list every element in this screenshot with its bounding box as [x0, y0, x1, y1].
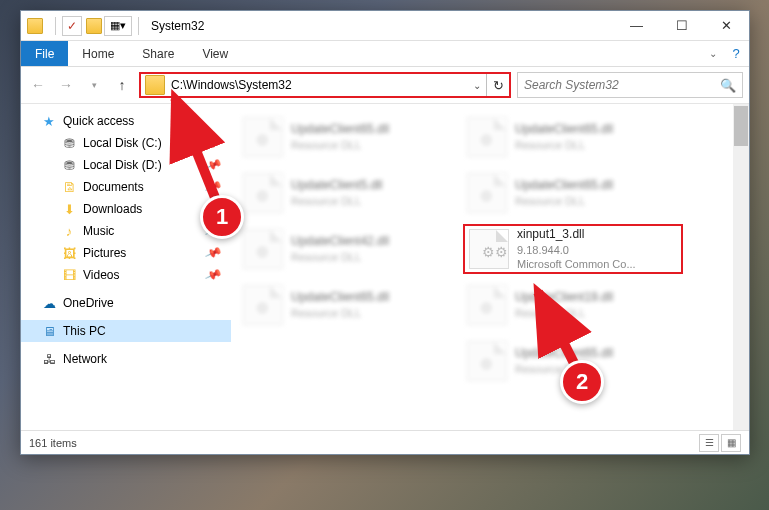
titlebar: ✓ ▦▾ System32 — ☐ ✕ — [21, 11, 749, 41]
tab-view[interactable]: View — [188, 41, 242, 66]
dll-icon: ⚙ — [480, 300, 493, 316]
tab-home[interactable]: Home — [68, 41, 128, 66]
item-count: 161 items — [29, 437, 77, 449]
pictures-icon: 🖼 — [61, 245, 77, 261]
file-item[interactable]: ⚙UpdateClient65.dllResource DLL — [239, 280, 459, 330]
sidebar-this-pc[interactable]: 🖥This PC — [21, 320, 231, 342]
up-button[interactable]: ↑ — [111, 74, 133, 96]
ribbon: File Home Share View ⌄ ? — [21, 41, 749, 67]
pin-icon: 📌 — [204, 134, 223, 152]
file-item[interactable]: ⚙UpdateClient65.dllResource DLL — [239, 112, 459, 162]
file-desc: Microsoft Common Co... — [517, 257, 636, 271]
file-name: xinput1_3.dll — [517, 227, 636, 243]
videos-icon: 🎞 — [61, 267, 77, 283]
icons-view-button[interactable]: ▦ — [721, 434, 741, 452]
forward-button[interactable]: → — [55, 74, 77, 96]
close-button[interactable]: ✕ — [704, 11, 749, 40]
pin-icon: 📌 — [204, 266, 223, 284]
tab-share[interactable]: Share — [128, 41, 188, 66]
sidebar-item-disk-c[interactable]: ⛃Local Disk (C:)📌 — [21, 132, 231, 154]
file-item[interactable]: ⚙UpdateClient5.dllResource DLL — [239, 168, 459, 218]
sidebar-quick-access[interactable]: ★ Quick access — [21, 110, 231, 132]
file-item[interactable]: ⚙UpdateClient65.dllResource DLL — [463, 112, 683, 162]
file-version: 9.18.944.0 — [517, 243, 636, 257]
dll-icon: ⚙ — [480, 188, 493, 204]
dll-icon: ⚙ — [256, 300, 269, 316]
qat-properties-icon[interactable]: ✓ — [62, 16, 82, 36]
explorer-window: ✓ ▦▾ System32 — ☐ ✕ File Home Share View… — [20, 10, 750, 455]
pin-icon: 📌 — [204, 156, 223, 174]
file-item[interactable]: ⚙UpdateClient19.dllResource DLL — [463, 280, 683, 330]
sidebar: ★ Quick access ⛃Local Disk (C:)📌 ⛃Local … — [21, 104, 231, 430]
minimize-button[interactable]: — — [614, 11, 659, 40]
ribbon-collapse-icon[interactable]: ⌄ — [703, 41, 723, 66]
sidebar-onedrive[interactable]: ☁OneDrive — [21, 292, 231, 314]
file-item[interactable]: ⚙UpdateClient65.dllResource DLL — [463, 336, 683, 386]
window-title: System32 — [151, 19, 204, 33]
pin-icon: 📌 — [204, 200, 223, 218]
pc-icon: 🖥 — [41, 323, 57, 339]
pin-icon: 📌 — [204, 178, 223, 196]
recent-dropdown[interactable]: ▾ — [83, 74, 105, 96]
qat-view-icon[interactable]: ▦▾ — [104, 16, 132, 36]
onedrive-icon: ☁ — [41, 295, 57, 311]
file-item-highlighted[interactable]: ⚙⚙xinput1_3.dll9.18.944.0Microsoft Commo… — [463, 224, 683, 274]
scroll-thumb[interactable] — [734, 106, 748, 146]
star-icon: ★ — [41, 113, 57, 129]
sidebar-item-disk-d[interactable]: ⛃Local Disk (D:)📌 — [21, 154, 231, 176]
file-item[interactable]: ⚙UpdateClient42.dllResource DLL — [239, 224, 459, 274]
maximize-button[interactable]: ☐ — [659, 11, 704, 40]
search-icon[interactable]: 🔍 — [720, 78, 736, 93]
pin-icon: 📌 — [204, 244, 223, 262]
dll-icon: ⚙ — [256, 244, 269, 260]
qat-newfolder-icon[interactable] — [86, 18, 102, 34]
dll-icon: ⚙ — [256, 188, 269, 204]
details-view-button[interactable]: ☰ — [699, 434, 719, 452]
address-path[interactable]: C:\Windows\System32 — [169, 78, 468, 92]
sidebar-item-documents[interactable]: 🖺Documents📌 — [21, 176, 231, 198]
help-icon[interactable]: ? — [723, 41, 749, 66]
sidebar-item-videos[interactable]: 🎞Videos📌 — [21, 264, 231, 286]
dll-icon: ⚙ — [480, 356, 493, 372]
sidebar-item-downloads[interactable]: ⬇Downloads📌 — [21, 198, 231, 220]
search-input[interactable] — [524, 78, 720, 92]
network-icon: 🖧 — [41, 351, 57, 367]
dll-icon: ⚙⚙ — [482, 244, 508, 260]
sidebar-item-pictures[interactable]: 🖼Pictures📌 — [21, 242, 231, 264]
dll-icon: ⚙ — [480, 132, 493, 148]
address-bar[interactable]: C:\Windows\System32 ⌄ ↻ — [139, 72, 511, 98]
search-box[interactable]: 🔍 — [517, 72, 743, 98]
sidebar-item-music[interactable]: ♪Music📌 — [21, 220, 231, 242]
disk-icon: ⛃ — [61, 135, 77, 151]
scrollbar[interactable] — [733, 104, 749, 430]
pin-icon: 📌 — [204, 222, 223, 240]
sidebar-network[interactable]: 🖧Network — [21, 348, 231, 370]
refresh-icon[interactable]: ↻ — [487, 78, 509, 93]
folder-icon — [145, 75, 165, 95]
dll-icon: ⚙ — [256, 132, 269, 148]
folder-icon — [27, 18, 43, 34]
download-icon: ⬇ — [61, 201, 77, 217]
file-menu[interactable]: File — [21, 41, 68, 66]
navbar: ← → ▾ ↑ C:\Windows\System32 ⌄ ↻ 🔍 — [21, 67, 749, 103]
music-icon: ♪ — [61, 223, 77, 239]
statusbar: 161 items ☰ ▦ — [21, 430, 749, 454]
file-item[interactable]: ⚙UpdateClient65.dllResource DLL — [463, 168, 683, 218]
disk-icon: ⛃ — [61, 157, 77, 173]
folder-icon: 🖺 — [61, 179, 77, 195]
back-button[interactable]: ← — [27, 74, 49, 96]
address-dropdown-icon[interactable]: ⌄ — [468, 80, 486, 91]
file-list: ⚙UpdateClient65.dllResource DLL ⚙UpdateC… — [231, 104, 749, 430]
